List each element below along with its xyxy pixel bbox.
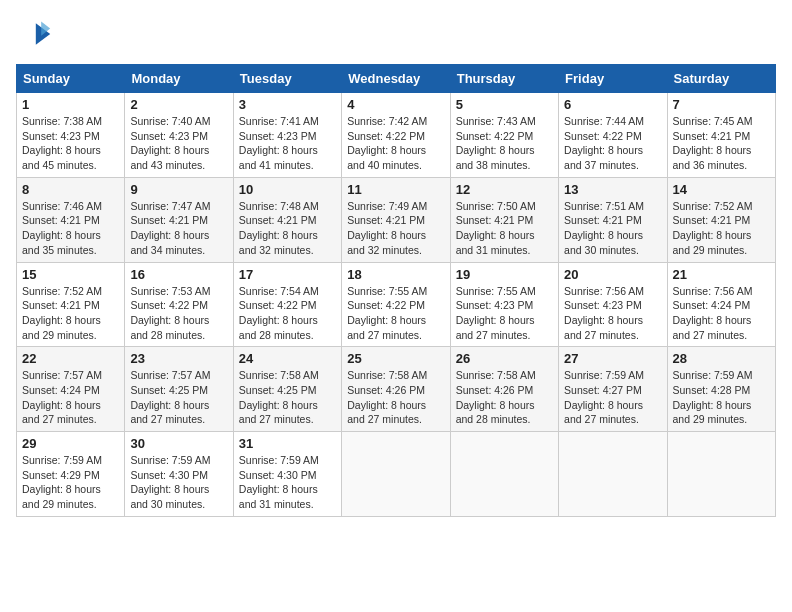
calendar-cell: 4 Sunrise: 7:42 AM Sunset: 4:22 PM Dayli…: [342, 93, 450, 178]
daylight-label: Daylight: 8 hours and 28 minutes.: [456, 399, 535, 426]
day-info: Sunrise: 7:42 AM Sunset: 4:22 PM Dayligh…: [347, 114, 444, 173]
calendar-cell: 30 Sunrise: 7:59 AM Sunset: 4:30 PM Dayl…: [125, 432, 233, 517]
sunset-label: Sunset: 4:22 PM: [347, 130, 425, 142]
sunrise-label: Sunrise: 7:59 AM: [130, 454, 210, 466]
calendar-cell: 25 Sunrise: 7:58 AM Sunset: 4:26 PM Dayl…: [342, 347, 450, 432]
sunset-label: Sunset: 4:21 PM: [564, 214, 642, 226]
daylight-label: Daylight: 8 hours and 27 minutes.: [564, 399, 643, 426]
day-number: 5: [456, 97, 553, 112]
day-number: 16: [130, 267, 227, 282]
sunset-label: Sunset: 4:23 PM: [130, 130, 208, 142]
sunrise-label: Sunrise: 7:57 AM: [130, 369, 210, 381]
day-info: Sunrise: 7:47 AM Sunset: 4:21 PM Dayligh…: [130, 199, 227, 258]
day-number: 17: [239, 267, 336, 282]
sunrise-label: Sunrise: 7:46 AM: [22, 200, 102, 212]
sunset-label: Sunset: 4:21 PM: [130, 214, 208, 226]
sunset-label: Sunset: 4:24 PM: [673, 299, 751, 311]
day-number: 6: [564, 97, 661, 112]
daylight-label: Daylight: 8 hours and 27 minutes.: [22, 399, 101, 426]
day-number: 25: [347, 351, 444, 366]
day-info: Sunrise: 7:50 AM Sunset: 4:21 PM Dayligh…: [456, 199, 553, 258]
sunset-label: Sunset: 4:28 PM: [673, 384, 751, 396]
calendar-cell: 5 Sunrise: 7:43 AM Sunset: 4:22 PM Dayli…: [450, 93, 558, 178]
calendar-cell: 23 Sunrise: 7:57 AM Sunset: 4:25 PM Dayl…: [125, 347, 233, 432]
day-number: 19: [456, 267, 553, 282]
day-number: 24: [239, 351, 336, 366]
sunrise-label: Sunrise: 7:52 AM: [22, 285, 102, 297]
day-info: Sunrise: 7:45 AM Sunset: 4:21 PM Dayligh…: [673, 114, 770, 173]
sunrise-label: Sunrise: 7:41 AM: [239, 115, 319, 127]
sunset-label: Sunset: 4:30 PM: [239, 469, 317, 481]
day-header-sunday: Sunday: [17, 65, 125, 93]
day-number: 26: [456, 351, 553, 366]
daylight-label: Daylight: 8 hours and 31 minutes.: [456, 229, 535, 256]
sunset-label: Sunset: 4:27 PM: [564, 384, 642, 396]
calendar-cell: [342, 432, 450, 517]
sunset-label: Sunset: 4:21 PM: [22, 214, 100, 226]
day-info: Sunrise: 7:57 AM Sunset: 4:24 PM Dayligh…: [22, 368, 119, 427]
daylight-label: Daylight: 8 hours and 36 minutes.: [673, 144, 752, 171]
sunrise-label: Sunrise: 7:45 AM: [673, 115, 753, 127]
sunset-label: Sunset: 4:26 PM: [456, 384, 534, 396]
calendar-cell: 14 Sunrise: 7:52 AM Sunset: 4:21 PM Dayl…: [667, 177, 775, 262]
daylight-label: Daylight: 8 hours and 27 minutes.: [673, 314, 752, 341]
calendar-cell: 2 Sunrise: 7:40 AM Sunset: 4:23 PM Dayli…: [125, 93, 233, 178]
sunset-label: Sunset: 4:30 PM: [130, 469, 208, 481]
day-header-wednesday: Wednesday: [342, 65, 450, 93]
sunrise-label: Sunrise: 7:51 AM: [564, 200, 644, 212]
calendar-cell: 19 Sunrise: 7:55 AM Sunset: 4:23 PM Dayl…: [450, 262, 558, 347]
logo: [16, 16, 56, 52]
sunset-label: Sunset: 4:23 PM: [456, 299, 534, 311]
day-number: 14: [673, 182, 770, 197]
calendar-cell: 3 Sunrise: 7:41 AM Sunset: 4:23 PM Dayli…: [233, 93, 341, 178]
day-number: 29: [22, 436, 119, 451]
day-info: Sunrise: 7:52 AM Sunset: 4:21 PM Dayligh…: [22, 284, 119, 343]
daylight-label: Daylight: 8 hours and 40 minutes.: [347, 144, 426, 171]
sunrise-label: Sunrise: 7:59 AM: [239, 454, 319, 466]
daylight-label: Daylight: 8 hours and 27 minutes.: [456, 314, 535, 341]
sunrise-label: Sunrise: 7:59 AM: [22, 454, 102, 466]
day-info: Sunrise: 7:58 AM Sunset: 4:26 PM Dayligh…: [347, 368, 444, 427]
calendar-cell: 7 Sunrise: 7:45 AM Sunset: 4:21 PM Dayli…: [667, 93, 775, 178]
sunset-label: Sunset: 4:22 PM: [456, 130, 534, 142]
daylight-label: Daylight: 8 hours and 29 minutes.: [22, 314, 101, 341]
sunset-label: Sunset: 4:25 PM: [130, 384, 208, 396]
day-info: Sunrise: 7:59 AM Sunset: 4:30 PM Dayligh…: [239, 453, 336, 512]
sunset-label: Sunset: 4:22 PM: [130, 299, 208, 311]
day-number: 11: [347, 182, 444, 197]
daylight-label: Daylight: 8 hours and 27 minutes.: [564, 314, 643, 341]
calendar-cell: [450, 432, 558, 517]
daylight-label: Daylight: 8 hours and 28 minutes.: [239, 314, 318, 341]
day-info: Sunrise: 7:49 AM Sunset: 4:21 PM Dayligh…: [347, 199, 444, 258]
day-number: 20: [564, 267, 661, 282]
day-info: Sunrise: 7:59 AM Sunset: 4:28 PM Dayligh…: [673, 368, 770, 427]
day-info: Sunrise: 7:58 AM Sunset: 4:26 PM Dayligh…: [456, 368, 553, 427]
day-info: Sunrise: 7:57 AM Sunset: 4:25 PM Dayligh…: [130, 368, 227, 427]
daylight-label: Daylight: 8 hours and 30 minutes.: [130, 483, 209, 510]
day-number: 9: [130, 182, 227, 197]
daylight-label: Daylight: 8 hours and 34 minutes.: [130, 229, 209, 256]
calendar-week-1: 1 Sunrise: 7:38 AM Sunset: 4:23 PM Dayli…: [17, 93, 776, 178]
day-number: 7: [673, 97, 770, 112]
calendar-week-4: 22 Sunrise: 7:57 AM Sunset: 4:24 PM Dayl…: [17, 347, 776, 432]
day-number: 18: [347, 267, 444, 282]
day-info: Sunrise: 7:53 AM Sunset: 4:22 PM Dayligh…: [130, 284, 227, 343]
daylight-label: Daylight: 8 hours and 28 minutes.: [130, 314, 209, 341]
sunrise-label: Sunrise: 7:53 AM: [130, 285, 210, 297]
sunset-label: Sunset: 4:22 PM: [239, 299, 317, 311]
sunrise-label: Sunrise: 7:48 AM: [239, 200, 319, 212]
day-number: 31: [239, 436, 336, 451]
day-number: 27: [564, 351, 661, 366]
sunset-label: Sunset: 4:21 PM: [673, 130, 751, 142]
day-info: Sunrise: 7:56 AM Sunset: 4:24 PM Dayligh…: [673, 284, 770, 343]
day-info: Sunrise: 7:59 AM Sunset: 4:29 PM Dayligh…: [22, 453, 119, 512]
day-info: Sunrise: 7:59 AM Sunset: 4:27 PM Dayligh…: [564, 368, 661, 427]
sunset-label: Sunset: 4:21 PM: [456, 214, 534, 226]
day-number: 30: [130, 436, 227, 451]
daylight-label: Daylight: 8 hours and 29 minutes.: [673, 229, 752, 256]
day-info: Sunrise: 7:46 AM Sunset: 4:21 PM Dayligh…: [22, 199, 119, 258]
calendar-cell: 1 Sunrise: 7:38 AM Sunset: 4:23 PM Dayli…: [17, 93, 125, 178]
calendar-cell: 12 Sunrise: 7:50 AM Sunset: 4:21 PM Dayl…: [450, 177, 558, 262]
day-info: Sunrise: 7:38 AM Sunset: 4:23 PM Dayligh…: [22, 114, 119, 173]
sunrise-label: Sunrise: 7:58 AM: [456, 369, 536, 381]
